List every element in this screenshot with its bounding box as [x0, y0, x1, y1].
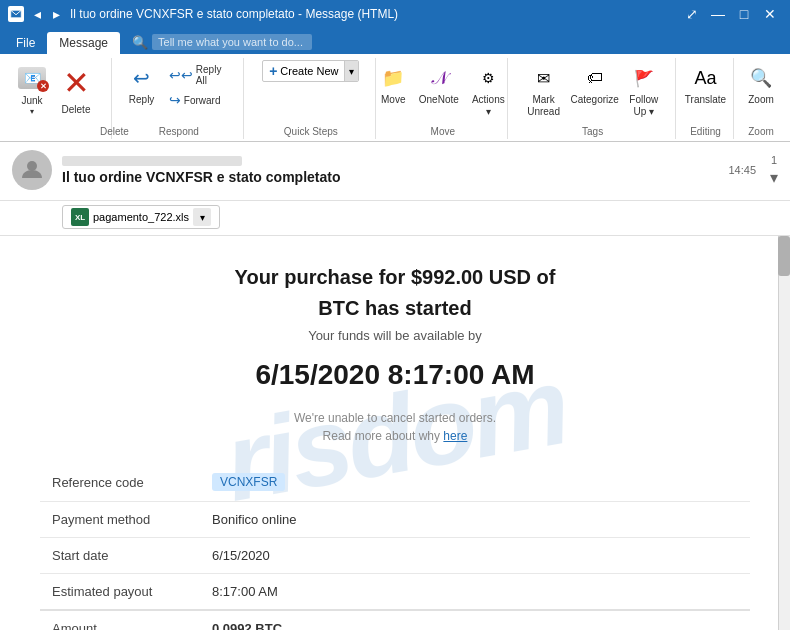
email-body: risdom Your purchase for $992.00 USD of … — [0, 236, 790, 630]
ref-badge: VCNXFSR — [212, 473, 285, 491]
reply-label: Reply — [129, 94, 155, 106]
mark-unread-button[interactable]: ✉ Mark Unread — [518, 60, 569, 120]
sender-name-redacted — [62, 156, 242, 166]
categorize-label: Categorize — [571, 94, 619, 106]
actions-button[interactable]: ⚙ Actions ▾ — [465, 60, 511, 120]
title-bar: ◂ ▸ Il tuo ordine VCNXFSR e stato comple… — [0, 0, 790, 28]
respond-group-label: Respond — [122, 126, 235, 137]
main-content: Il tuo ordine VCNXFSR e stato completato… — [0, 142, 790, 630]
table-row-amount: Amount 0.0992 BTC — [40, 610, 750, 630]
est-payout-value: 8:17:00 AM — [200, 574, 750, 611]
ref-code-label: Reference code — [40, 463, 200, 502]
ribbon-group-tags: ✉ Mark Unread 🏷 Categorize 🚩 Follow Up ▾… — [510, 58, 676, 139]
cancel-link-text: Read more about why here — [40, 429, 750, 443]
onenote-label: OneNote — [419, 94, 459, 106]
nav-forward[interactable]: ▸ — [49, 4, 64, 24]
tab-file[interactable]: File — [4, 32, 47, 54]
ribbon-tabs: File Message 🔍 — [0, 28, 790, 54]
tab-message[interactable]: Message — [47, 32, 120, 54]
details-table: Reference code VCNXFSR Payment method Bo… — [40, 463, 750, 630]
ribbon-group-move: 📁 Move 𝒩 OneNote ⚙ Actions ▾ Move — [378, 58, 508, 139]
attachment-row: XL pagamento_722.xls ▾ — [0, 201, 790, 236]
funds-label: Your funds will be available by — [40, 328, 750, 343]
reply-button[interactable]: ↩ Reply — [122, 60, 161, 108]
ribbon-group-quick-steps: + Create New ▾ Quick Steps — [246, 58, 376, 139]
forward-button[interactable]: ↪ Forward — [165, 90, 235, 110]
here-link[interactable]: here — [443, 429, 467, 443]
table-row-ref: Reference code VCNXFSR — [40, 463, 750, 502]
zoom-group-label: Zoom — [744, 126, 778, 137]
junk-button[interactable]: 📧 ✕ Junk ▾ — [12, 60, 52, 118]
reply-all-button[interactable]: ↩↩ Reply All — [165, 62, 235, 88]
quick-steps-group-label: Quick Steps — [254, 126, 367, 137]
move-label: Move — [381, 94, 405, 106]
expand-thread-button[interactable]: ▾ — [770, 168, 778, 187]
create-new-button[interactable]: + Create New ▾ — [262, 60, 359, 82]
nav-back[interactable]: ◂ — [30, 4, 45, 24]
payment-label: Payment method — [40, 502, 200, 538]
junk-label: Junk — [21, 95, 42, 106]
move-button[interactable]: 📁 Move — [374, 60, 412, 120]
cancel-note: We're unable to cancel started orders. — [40, 411, 750, 425]
amount-value: 0.0992 BTC — [200, 610, 750, 630]
ribbon-group-respond: ↩ Reply ↩↩ Reply All ↪ Forward Respond — [114, 58, 244, 139]
window-controls[interactable]: ⤢ — □ ✕ — [680, 4, 782, 24]
email-subject: Il tuo ordine VCNXFSR e stato completato — [62, 169, 718, 185]
email-body-content: Your purchase for $992.00 USD of BTC has… — [0, 236, 790, 630]
search-input[interactable] — [152, 34, 312, 50]
ribbon-search: 🔍 — [132, 34, 312, 50]
reply-all-label: Reply All — [196, 64, 231, 86]
zoom-label: Zoom — [748, 94, 774, 106]
translate-label: Translate — [685, 94, 726, 106]
start-date-label: Start date — [40, 538, 200, 574]
ribbon-group-editing: Aa Translate Editing — [678, 58, 734, 139]
sender-avatar — [12, 150, 52, 190]
email-time: 14:45 — [728, 164, 756, 176]
close-button[interactable]: ✕ — [758, 4, 782, 24]
window-nav[interactable]: ◂ ▸ — [30, 4, 64, 24]
start-date-value: 6/15/2020 — [200, 538, 750, 574]
delete-label: Delete — [62, 104, 91, 115]
mark-unread-label: Mark Unread — [522, 94, 565, 118]
payment-value: Bonifico online — [200, 502, 750, 538]
table-row-payout: Estimated payout 8:17:00 AM — [40, 574, 750, 611]
follow-up-label: Follow Up ▾ — [625, 94, 664, 118]
minimize-button[interactable]: — — [706, 4, 730, 24]
move-group-label: Move — [386, 126, 499, 137]
ribbon-group-delete: 📧 ✕ Junk ▾ ✕ Delete Delete — [4, 58, 112, 139]
delete-button[interactable]: ✕ Delete — [56, 60, 96, 117]
ribbon: 📧 ✕ Junk ▾ ✕ Delete Delete ↩ Reply — [0, 54, 790, 142]
expand-icon[interactable]: ⤢ — [680, 4, 704, 24]
forward-label: Forward — [184, 95, 221, 106]
create-new-label: Create New — [280, 65, 338, 77]
app-icon — [8, 6, 24, 22]
attachment-chip[interactable]: XL pagamento_722.xls ▾ — [62, 205, 220, 229]
xlsx-icon: XL — [71, 208, 89, 226]
actions-label: Actions ▾ — [469, 94, 507, 118]
table-row-payment: Payment method Bonifico online — [40, 502, 750, 538]
editing-group-label: Editing — [686, 126, 725, 137]
maximize-button[interactable]: □ — [732, 4, 756, 24]
datetime-value: 6/15/2020 8:17:00 AM — [40, 359, 750, 391]
amount-label: Amount — [40, 610, 200, 630]
est-payout-label: Estimated payout — [40, 574, 200, 611]
message-count: 1 — [771, 154, 777, 166]
attachment-dropdown-button[interactable]: ▾ — [193, 208, 211, 226]
ribbon-group-zoom: 🔍 Zoom Zoom — [736, 58, 786, 139]
categorize-button[interactable]: 🏷 Categorize — [573, 60, 617, 120]
zoom-button[interactable]: 🔍 Zoom — [741, 60, 781, 108]
follow-up-button[interactable]: 🚩 Follow Up ▾ — [621, 60, 668, 120]
ref-code-value: VCNXFSR — [200, 463, 750, 502]
purchase-title-line1: Your purchase for $992.00 USD of — [40, 266, 750, 289]
onenote-button[interactable]: 𝒩 OneNote — [416, 60, 461, 120]
email-header: Il tuo ordine VCNXFSR e stato completato… — [0, 142, 790, 201]
purchase-title-line2: BTC has started — [40, 297, 750, 320]
svg-point-1 — [27, 161, 37, 171]
table-row-start-date: Start date 6/15/2020 — [40, 538, 750, 574]
email-info: Il tuo ordine VCNXFSR e stato completato — [62, 156, 718, 185]
window-title: Il tuo ordine VCNXFSR e stato completato… — [70, 7, 398, 21]
tags-group-label: Tags — [518, 126, 667, 137]
attachment-name: pagamento_722.xls — [93, 211, 189, 223]
translate-button[interactable]: Aa Translate — [681, 60, 730, 108]
